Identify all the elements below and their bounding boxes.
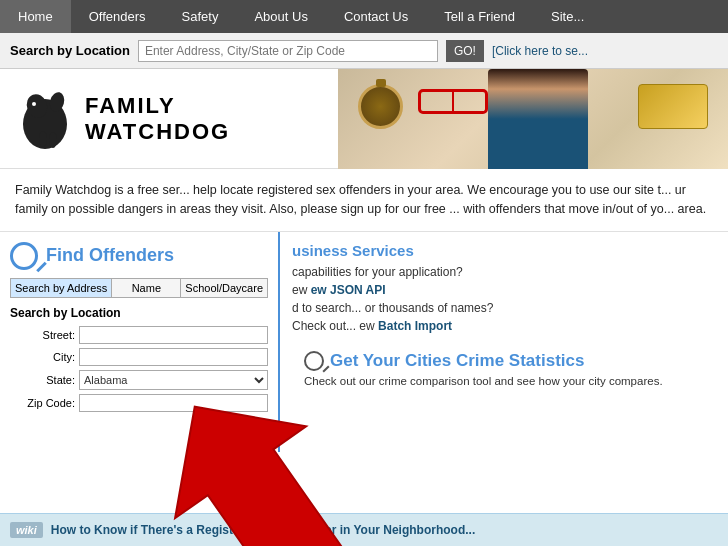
right-panel: usiness Services capabilities for your a… [280, 232, 728, 452]
wiki-text: How to Know if There's a Registered Sex … [51, 523, 475, 537]
hero-glasses-image [418, 89, 488, 114]
hero-section: FAMILY WATCHDOG [0, 69, 728, 169]
hero-images [338, 69, 728, 169]
tab-search-by-address[interactable]: Search by Address [11, 279, 112, 297]
state-row: State: Alabama [10, 370, 268, 390]
nav-about[interactable]: About Us [236, 0, 325, 33]
logo-watchdog: WATCHDOG [85, 119, 230, 145]
wiki-logo: wiki [10, 522, 43, 538]
street-row: Street: [10, 326, 268, 344]
city-row: City: [10, 348, 268, 366]
get-cities-desc: Check out our crime comparison tool and … [304, 375, 704, 387]
nav-site[interactable]: Site... [533, 0, 602, 33]
search-by-location-sublabel: Search by Location [10, 306, 268, 320]
hero-card-image [638, 84, 708, 129]
left-panel: Find Offenders Search by Address Name Sc… [0, 232, 280, 452]
description-text: Family Watchdog is a free ser​... help l… [15, 183, 706, 216]
get-cities-title: Get Your Cities Crime Statistics [330, 351, 584, 371]
click-here-link[interactable]: [Click here to se... [492, 44, 588, 58]
search-by-location-label: Search by Location [10, 43, 130, 58]
logo-text: FAMILY WATCHDOG [85, 93, 230, 145]
search-input[interactable] [138, 40, 438, 62]
service-line1: capabilities for your application? [292, 265, 716, 279]
nav-offenders[interactable]: Offenders [71, 0, 164, 33]
lower-section: Find Offenders Search by Address Name Sc… [0, 232, 728, 452]
zip-label: Zip Code: [10, 397, 75, 409]
wiki-bar: wiki How to Know if There's a Registered… [0, 513, 728, 546]
search-bar: Search by Location GO! [Click here to se… [0, 33, 728, 69]
get-cities-section: Get Your Cities Crime Statistics Check o… [292, 343, 716, 393]
go-button[interactable]: GO! [446, 40, 484, 62]
find-offenders-header: Find Offenders [10, 242, 268, 270]
zip-row: Zip Code: [10, 394, 268, 412]
service-line3: d to search... or thousands of names? [292, 301, 716, 315]
zip-input[interactable] [79, 394, 268, 412]
logo-family: FAMILY [85, 93, 230, 119]
city-label: City: [10, 351, 75, 363]
service-line4: Check out... ew Batch Import [292, 319, 716, 333]
street-input[interactable] [79, 326, 268, 344]
nav-home[interactable]: Home [0, 0, 71, 33]
navbar: Home Offenders Safety About Us Contact U… [0, 0, 728, 33]
batch-import-link[interactable]: Batch Import [378, 319, 452, 333]
street-label: Street: [10, 329, 75, 341]
find-offenders-magnify-icon [10, 242, 38, 270]
svg-point-3 [32, 102, 36, 106]
nav-tell-friend[interactable]: Tell a Friend [426, 0, 533, 33]
nav-contact[interactable]: Contact Us [326, 0, 426, 33]
state-label: State: [10, 374, 75, 386]
get-cities-magnify-icon [304, 351, 324, 371]
tab-bar: Search by Address Name School/Daycare [10, 278, 268, 298]
state-select[interactable]: Alabama [79, 370, 268, 390]
hero-watch-image [358, 84, 403, 129]
business-services-title: usiness Services [292, 242, 716, 259]
svg-point-4 [39, 131, 47, 147]
tab-name[interactable]: Name [112, 279, 181, 297]
tab-school-daycare[interactable]: School/Daycare [181, 279, 267, 297]
service-line2: ew ew JSON API [292, 283, 716, 297]
description-section: Family Watchdog is a free ser​... help l… [0, 169, 728, 232]
json-api-link[interactable]: ew JSON API [311, 283, 386, 297]
get-cities-header: Get Your Cities Crime Statistics [304, 351, 704, 371]
find-offenders-title: Find Offenders [46, 245, 174, 266]
hero-person-image [488, 69, 588, 169]
service-line2-text: ew [292, 283, 311, 297]
svg-point-5 [49, 132, 57, 148]
nav-safety[interactable]: Safety [164, 0, 237, 33]
city-input[interactable] [79, 348, 268, 366]
service-link-prefix: Check out... ew [292, 319, 378, 333]
hero-background [338, 69, 728, 169]
logo-area: FAMILY WATCHDOG [15, 84, 230, 154]
logo-icon [15, 84, 75, 154]
